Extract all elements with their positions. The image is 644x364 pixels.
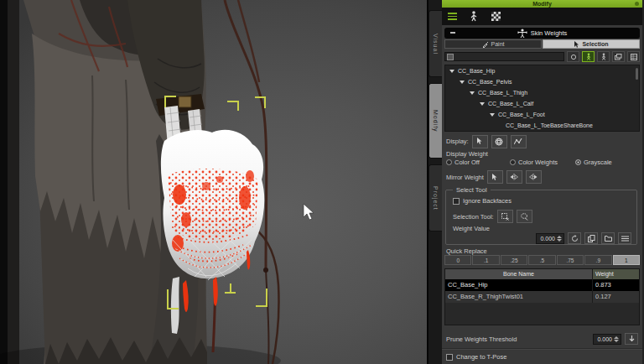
tree-scrollbar[interactable] [636,68,638,80]
bone-label: CC_Base_Pelvis [468,79,512,85]
bone-name-cell: CC_Base_R_ThighTwist01 [445,291,593,303]
weight-value-label: Weight Value [453,225,490,232]
normalize-icon[interactable] [568,232,581,244]
prune-threshold-field[interactable]: 0.000 [595,336,612,342]
skin-weights-header[interactable]: Skin Weights [444,28,640,39]
bone-label: CC_Base_Hip [458,68,495,74]
weight-header: Weight [593,269,639,279]
selection-tool-row: Selection Tool: [453,210,532,223]
tab-selection[interactable]: Selection [543,39,640,49]
radio-label: Color Off [454,159,480,166]
spin-down-icon[interactable] [614,340,619,342]
refresh-icon[interactable] [567,51,579,62]
viewport-3d[interactable] [0,0,427,364]
quick-replace-.75[interactable]: .75 [557,255,584,265]
side-tab-modify[interactable]: Modify [428,83,442,159]
prune-weights-row: Prune Weights Threshold 0.000 [446,333,638,345]
display-graph-icon[interactable] [511,135,527,148]
collapse-tree-icon[interactable] [612,51,625,62]
display-cursor-icon[interactable] [472,135,488,148]
paste-weights-icon[interactable] [601,232,615,244]
menu-icon[interactable] [446,12,458,22]
ignore-backfaces-checkbox[interactable]: Ignore Backfaces [453,197,512,205]
spin-up-icon[interactable] [614,336,619,339]
bone-tree-item[interactable]: CC_Base_L_Calf [445,98,639,109]
radio-color-weights[interactable]: Color Weights [510,159,575,166]
bone-filter-input[interactable] [444,52,564,61]
prune-weights-label: Prune Weights Threshold [446,335,517,343]
hide-bones-icon[interactable] [597,51,610,62]
table-row[interactable]: CC_Base_R_ThighTwist01 0.127 [445,291,639,303]
radio-label: Grayscale [584,159,612,166]
expand-arrow-icon[interactable] [480,102,485,106]
quick-replace-.25[interactable]: .25 [501,255,527,265]
side-tab-visual[interactable]: Visual [428,10,442,77]
bone-tree-item[interactable]: CC_Base_Hip [445,65,639,76]
mirror-pick-icon[interactable] [487,170,503,184]
mirror-left-right-icon[interactable] [506,170,522,184]
quick-replace-buttons: 0 .1 .25 .5 .75 .9 1 [444,255,640,265]
bone-filter-row [444,51,640,62]
quick-replace-.5[interactable]: .5 [528,255,555,265]
application-window: Visual Modify Project Modify Skin Weight… [0,0,644,364]
quick-replace-.1[interactable]: .1 [472,255,499,265]
ignore-backfaces-label: Ignore Backfaces [463,197,512,205]
expand-arrow-icon[interactable] [460,81,465,84]
lasso-select-icon[interactable] [517,210,532,223]
bone-tree-item[interactable]: CC_Base_L_Foot [445,109,639,120]
mirror-weight-row: Mirror Weight [446,170,542,184]
quick-replace-.9[interactable]: .9 [584,255,611,265]
side-tab-project[interactable]: Project [428,164,442,231]
viewport-scene [0,0,427,364]
quick-replace-1[interactable]: 1 [613,255,640,265]
display-weight-options: Color Off Color Weights Grayscale [446,159,638,166]
expand-arrow-icon[interactable] [449,70,454,73]
change-tpose-checkbox[interactable]: Change to T-Pose [446,353,506,361]
weight-cell: 0.873 [593,279,639,291]
radio-grayscale[interactable]: Grayscale [575,159,612,166]
show-skin-bones-icon[interactable] [582,51,595,62]
weight-value-spinner[interactable]: 0.000 [536,233,564,244]
bone-tree-item[interactable]: CC_Base_Pelvis [445,76,639,87]
display-sphere-icon[interactable] [491,135,507,148]
expand-arrow-icon[interactable] [490,113,495,117]
radio-label: Color Weights [518,159,558,166]
bone-tree-item[interactable]: CC_Base_L_Thigh [445,87,639,98]
bone-tree-item[interactable]: CC_Base_L_ToeBaseShareBone [445,120,639,131]
expand-arrow-icon[interactable] [470,91,475,95]
panel-menu-icon[interactable] [635,2,639,6]
mirror-right-left-icon[interactable] [526,170,542,184]
weight-value-field[interactable]: 0.000 [538,236,555,242]
weight-value-controls: 0.000 [536,232,631,244]
selection-tool-label: Selection Tool: [453,213,494,221]
panel-titlebar[interactable]: Modify [442,0,642,8]
display-weight-label: Display Weight [446,150,488,158]
brush-icon [482,41,489,48]
character-icon[interactable] [468,12,480,22]
tab-paint-label: Paint [491,41,505,47]
checker-icon[interactable] [490,12,501,22]
bone-tree: CC_Base_Hip CC_Base_Pelvis CC_Base_L_Thi… [444,65,640,132]
weight-painted-mesh[interactable] [156,94,264,334]
viewport-left-shadow [8,0,19,364]
apply-prune-icon[interactable] [625,333,638,345]
display-label: Display: [446,138,469,145]
viewport-left-edge [0,0,8,364]
bone-name-cell: CC_Base_Hip [445,279,593,291]
tab-paint[interactable]: Paint [444,39,542,49]
spin-down-icon[interactable] [557,239,562,242]
checkbox-icon [446,354,453,361]
spin-up-icon[interactable] [557,236,562,238]
expand-tree-icon[interactable] [627,51,640,62]
collapse-icon[interactable] [450,32,455,34]
prune-threshold-spinner[interactable]: 0.000 [593,334,621,345]
skin-weights-icon [517,29,527,38]
table-header-row: Bone Name Weight [445,269,639,279]
quick-replace-label: Quick Replace [446,247,487,255]
radio-color-off[interactable]: Color Off [446,159,510,166]
quick-replace-0[interactable]: 0 [444,255,471,265]
copy-weights-icon[interactable] [584,232,598,244]
weight-list-icon[interactable] [618,232,631,244]
table-row[interactable]: CC_Base_Hip 0.873 [445,279,639,291]
marquee-select-icon[interactable] [497,210,513,223]
